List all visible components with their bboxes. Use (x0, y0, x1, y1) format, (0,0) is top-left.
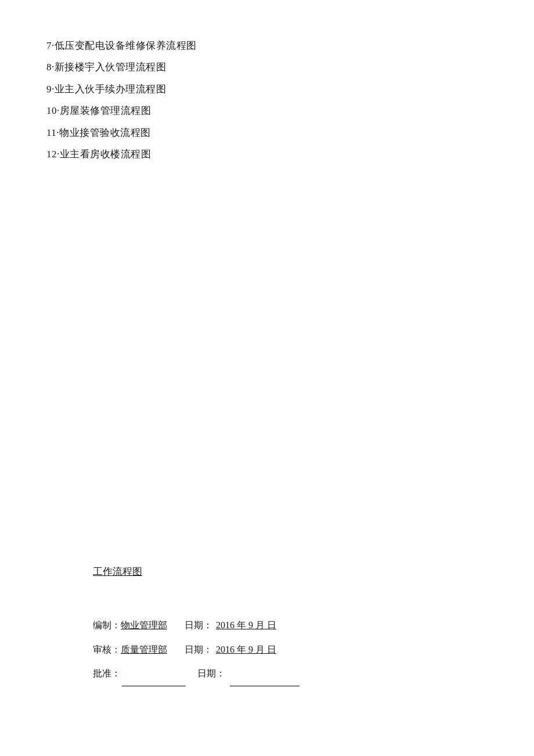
list-item: 10·房屋装修管理流程图 (46, 100, 488, 121)
approve-date-label: 日期： (197, 661, 225, 686)
compiled-row: 编制： 物业管理部 日期： 2016 年 9 月 日 (93, 613, 488, 638)
bottom-section: 工作流程图 编制： 物业管理部 日期： 2016 年 9 月 日 审核： 质量管… (46, 565, 488, 686)
compiled-label: 编制： (93, 613, 121, 638)
list-item: 9·业主入伙手续办理流程图 (46, 78, 488, 100)
compiled-date-value: 2016 年 9 月 日 (216, 613, 291, 638)
compiled-value: 物业管理部 (121, 613, 173, 638)
page: 7·低压变配电设备维修保养流程图 8·新接楼宇入伙管理流程图 9·业主入伙手续办… (0, 0, 534, 756)
meta-section: 编制： 物业管理部 日期： 2016 年 9 月 日 审核： 质量管理部 日期：… (46, 613, 488, 686)
review-label: 审核： (93, 638, 121, 662)
compiled-date-label: 日期： (185, 613, 212, 638)
approve-date-blank (230, 661, 300, 686)
list-item: 7·低压变配电设备维修保养流程图 (46, 35, 488, 56)
approve-blank (122, 661, 186, 686)
approve-row: 批准： 日期： (93, 661, 488, 686)
review-date-value: 2016 年 9 月 日 (216, 638, 291, 662)
list-section: 7·低压变配电设备维修保养流程图 8·新接楼宇入伙管理流程图 9·业主入伙手续办… (46, 35, 488, 165)
list-item: 11·物业接管验收流程图 (46, 122, 488, 143)
list-item: 8·新接楼宇入伙管理流程图 (46, 56, 488, 78)
workflow-title: 工作流程图 (46, 565, 488, 578)
review-row: 审核： 质量管理部 日期： 2016 年 9 月 日 (93, 638, 488, 662)
approve-label: 批准： (93, 661, 121, 686)
review-value: 质量管理部 (121, 638, 173, 662)
list-item: 12·业主看房收楼流程图 (46, 143, 488, 165)
review-date-label: 日期： (185, 638, 212, 662)
